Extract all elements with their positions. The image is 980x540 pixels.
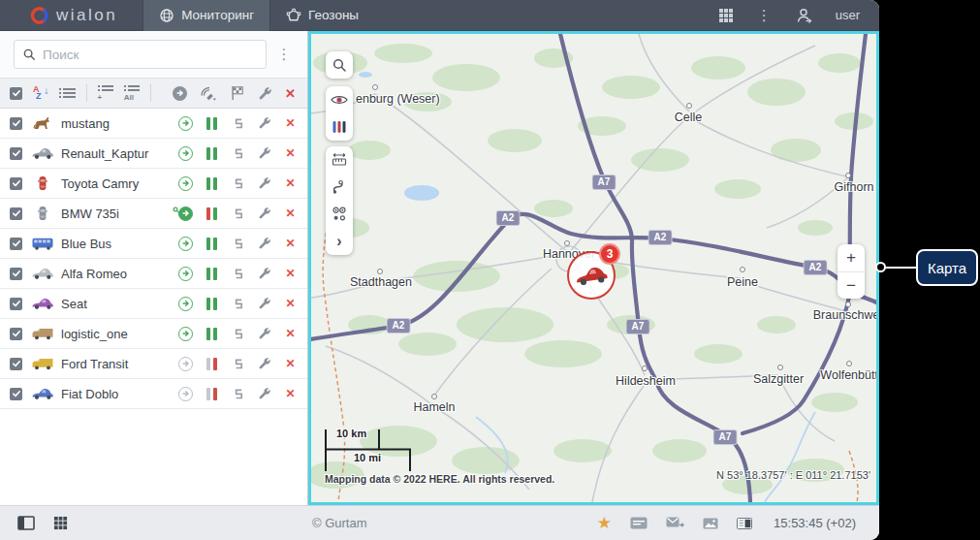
properties-column-icon[interactable]	[258, 86, 272, 101]
unit-row[interactable]: Toyota Camry ✕	[0, 169, 307, 199]
select-all-checkbox[interactable]	[10, 87, 22, 100]
data-accuracy-column-icon[interactable]	[200, 86, 217, 101]
measure-distance-button[interactable]	[326, 146, 353, 174]
unit-remove-icon[interactable]: ✕	[281, 357, 300, 370]
unit-row[interactable]: Fiat Doblo ✕	[0, 379, 307, 409]
unit-checkbox[interactable]	[10, 207, 22, 220]
unit-checkbox[interactable]	[10, 238, 22, 250]
unit-row[interactable]: Seat ✕	[0, 289, 307, 319]
city-label: Celle	[675, 111, 703, 124]
sort-az-icon[interactable]: A↓Z	[33, 85, 48, 101]
toggle-panel-icon[interactable]	[17, 516, 35, 530]
unit-checkbox[interactable]	[10, 147, 22, 160]
motion-state-column-icon[interactable]	[173, 86, 187, 101]
unit-name[interactable]: logistic_one	[61, 327, 176, 341]
apps-grid-icon[interactable]	[718, 8, 734, 23]
topbar-menu-icon[interactable]: ⋮	[757, 7, 772, 24]
list-view-icon[interactable]	[59, 88, 75, 98]
zoom-in-button[interactable]: +	[838, 244, 865, 271]
unit-name[interactable]: Toyota Camry	[61, 176, 176, 191]
unit-remove-icon[interactable]: ✕	[281, 387, 300, 400]
unit-properties-icon[interactable]	[255, 146, 273, 160]
city-dot	[846, 361, 852, 366]
show-all-icon[interactable]: All	[124, 85, 140, 102]
zoom-out-button[interactable]: −	[838, 271, 865, 299]
unit-row[interactable]: Blue Bus ✕	[0, 229, 307, 259]
notice-card-icon[interactable]	[630, 517, 648, 529]
unit-properties-icon[interactable]	[255, 237, 273, 250]
unit-properties-icon[interactable]	[255, 357, 273, 370]
finish-flag-column-icon[interactable]	[230, 85, 245, 101]
unit-row[interactable]: Renault_Kaptur ✕	[0, 139, 307, 169]
unit-name[interactable]: BMW 735i	[61, 206, 176, 221]
unit-checkbox[interactable]	[10, 358, 22, 370]
data-accuracy-bars	[203, 238, 221, 250]
clustering-button[interactable]	[326, 201, 353, 228]
add-to-list-icon[interactable]: +	[98, 85, 113, 102]
unit-row[interactable]: logistic_one ✕	[0, 319, 307, 349]
user-icon[interactable]	[795, 7, 812, 24]
apps-dark-grid-icon[interactable]	[53, 516, 68, 530]
unit-name[interactable]: Seat	[61, 297, 176, 311]
unit-row[interactable]: Ford Transit ✕	[0, 349, 307, 379]
user-name[interactable]: user	[836, 8, 860, 22]
track-state-icon	[229, 358, 247, 370]
map-visibility-button[interactable]	[326, 86, 353, 113]
unit-checkbox[interactable]	[10, 117, 22, 130]
unit-remove-icon[interactable]: ✕	[281, 237, 300, 250]
unit-properties-icon[interactable]	[255, 206, 273, 220]
unit-properties-icon[interactable]	[255, 387, 273, 400]
favorites-star-icon[interactable]: ★	[597, 515, 612, 531]
bottom-left-tools	[17, 516, 68, 530]
unit-remove-icon[interactable]: ✕	[281, 267, 300, 280]
map-layers-button[interactable]	[326, 113, 353, 141]
unit-checkbox[interactable]	[10, 177, 22, 190]
search-box[interactable]	[14, 40, 267, 69]
unit-properties-icon[interactable]	[255, 327, 273, 340]
unit-properties-icon[interactable]	[255, 297, 273, 310]
expand-tools-button[interactable]: ›	[326, 228, 353, 255]
unit-name[interactable]: Blue Bus	[61, 237, 176, 251]
unit-name[interactable]: Alfa Romeo	[61, 267, 176, 281]
media-icon[interactable]	[703, 518, 718, 529]
messages-icon[interactable]	[666, 517, 684, 529]
unit-properties-icon[interactable]	[255, 267, 273, 280]
track-state-icon	[229, 328, 247, 340]
tab-monitoring[interactable]: Мониторинг	[142, 0, 270, 31]
wialon-logo[interactable]: wialon	[29, 6, 117, 25]
search-input[interactable]	[43, 48, 258, 62]
unit-remove-icon[interactable]: ✕	[281, 116, 300, 130]
unit-remove-icon[interactable]: ✕	[281, 146, 300, 160]
unit-row[interactable]: mustang ✕	[0, 109, 307, 139]
search-options-icon[interactable]: ⋮	[272, 46, 296, 63]
tab-geofences[interactable]: Геозоны	[270, 0, 374, 31]
map-search-button[interactable]	[326, 51, 353, 79]
unit-remove-icon[interactable]: ✕	[281, 327, 300, 340]
city-dot	[845, 173, 851, 178]
marker-count-badge[interactable]: 3	[599, 243, 620, 265]
unit-remove-icon[interactable]: ✕	[281, 297, 300, 310]
unit-properties-icon[interactable]	[255, 116, 273, 130]
route-icon	[332, 179, 347, 195]
unit-name[interactable]: mustang	[61, 116, 176, 131]
unit-checkbox[interactable]	[10, 388, 22, 400]
split-view-icon[interactable]	[737, 518, 752, 529]
unit-checkbox[interactable]	[10, 268, 22, 280]
city-label: Salzgitter	[753, 372, 804, 386]
unit-name[interactable]: Fiat Doblo	[61, 387, 176, 401]
unit-checkbox[interactable]	[10, 298, 22, 310]
unit-name[interactable]: Renault_Kaptur	[61, 146, 176, 161]
unit-row[interactable]: Alfa Romeo ✕	[0, 259, 307, 289]
unit-name[interactable]: Ford Transit	[61, 357, 176, 371]
remove-all-icon[interactable]: ✕	[285, 86, 296, 101]
unit-row[interactable]: BMW 735i ✕	[0, 199, 307, 229]
unit-remove-icon[interactable]: ✕	[281, 206, 300, 220]
copyright: © Gurtam	[312, 516, 367, 530]
unit-remove-icon[interactable]: ✕	[281, 176, 300, 190]
unit-checkbox[interactable]	[10, 328, 22, 340]
map[interactable]: enburg (Weser)CelleGifhornHannoverStadth…	[308, 31, 879, 505]
toolbar-column-headers: ✕	[173, 85, 296, 101]
unit-properties-icon[interactable]	[255, 176, 273, 190]
city-dot	[564, 240, 570, 246]
routing-button[interactable]	[326, 174, 353, 201]
